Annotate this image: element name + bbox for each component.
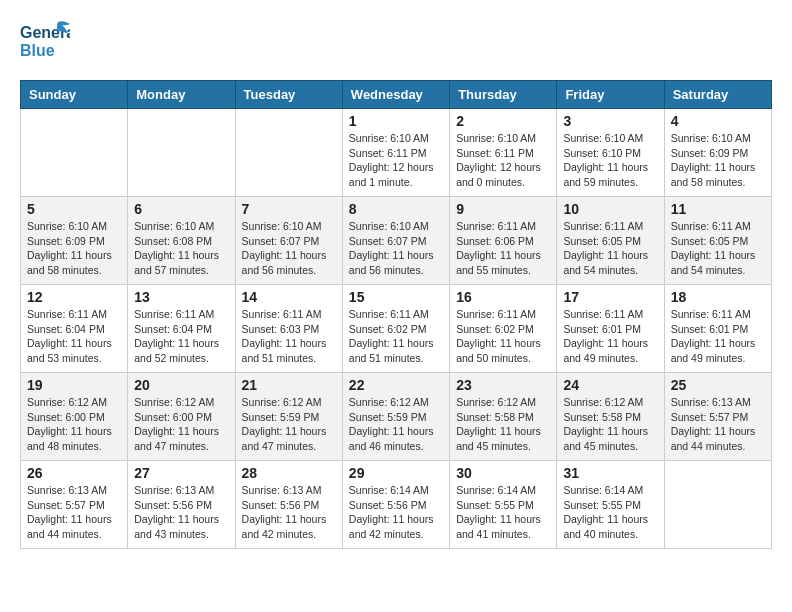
day-number: 20 (134, 377, 228, 393)
day-info: Sunrise: 6:11 AM Sunset: 6:02 PM Dayligh… (349, 307, 443, 366)
calendar-cell: 11Sunrise: 6:11 AM Sunset: 6:05 PM Dayli… (664, 197, 771, 285)
day-number: 30 (456, 465, 550, 481)
day-number: 24 (563, 377, 657, 393)
svg-text:Blue: Blue (20, 42, 55, 59)
day-number: 18 (671, 289, 765, 305)
day-number: 19 (27, 377, 121, 393)
calendar-cell: 22Sunrise: 6:12 AM Sunset: 5:59 PM Dayli… (342, 373, 449, 461)
day-info: Sunrise: 6:11 AM Sunset: 6:06 PM Dayligh… (456, 219, 550, 278)
day-info: Sunrise: 6:12 AM Sunset: 5:59 PM Dayligh… (349, 395, 443, 454)
weekday-header: Tuesday (235, 81, 342, 109)
calendar-cell: 25Sunrise: 6:13 AM Sunset: 5:57 PM Dayli… (664, 373, 771, 461)
day-number: 28 (242, 465, 336, 481)
day-number: 25 (671, 377, 765, 393)
calendar-week-row: 26Sunrise: 6:13 AM Sunset: 5:57 PM Dayli… (21, 461, 772, 549)
day-info: Sunrise: 6:12 AM Sunset: 6:00 PM Dayligh… (27, 395, 121, 454)
day-info: Sunrise: 6:12 AM Sunset: 5:58 PM Dayligh… (456, 395, 550, 454)
day-number: 14 (242, 289, 336, 305)
day-info: Sunrise: 6:13 AM Sunset: 5:56 PM Dayligh… (242, 483, 336, 542)
weekday-header: Monday (128, 81, 235, 109)
calendar-cell: 16Sunrise: 6:11 AM Sunset: 6:02 PM Dayli… (450, 285, 557, 373)
day-number: 17 (563, 289, 657, 305)
logo-svg: GeneralBlue (20, 20, 70, 64)
day-info: Sunrise: 6:11 AM Sunset: 6:04 PM Dayligh… (27, 307, 121, 366)
calendar-week-row: 5Sunrise: 6:10 AM Sunset: 6:09 PM Daylig… (21, 197, 772, 285)
day-number: 23 (456, 377, 550, 393)
day-number: 10 (563, 201, 657, 217)
day-info: Sunrise: 6:11 AM Sunset: 6:05 PM Dayligh… (563, 219, 657, 278)
day-number: 6 (134, 201, 228, 217)
day-info: Sunrise: 6:13 AM Sunset: 5:56 PM Dayligh… (134, 483, 228, 542)
calendar-cell (21, 109, 128, 197)
calendar-cell: 1Sunrise: 6:10 AM Sunset: 6:11 PM Daylig… (342, 109, 449, 197)
day-info: Sunrise: 6:10 AM Sunset: 6:08 PM Dayligh… (134, 219, 228, 278)
calendar-week-row: 1Sunrise: 6:10 AM Sunset: 6:11 PM Daylig… (21, 109, 772, 197)
calendar-week-row: 19Sunrise: 6:12 AM Sunset: 6:00 PM Dayli… (21, 373, 772, 461)
day-number: 8 (349, 201, 443, 217)
calendar-cell (128, 109, 235, 197)
day-info: Sunrise: 6:11 AM Sunset: 6:04 PM Dayligh… (134, 307, 228, 366)
day-info: Sunrise: 6:10 AM Sunset: 6:07 PM Dayligh… (242, 219, 336, 278)
day-number: 21 (242, 377, 336, 393)
day-info: Sunrise: 6:11 AM Sunset: 6:05 PM Dayligh… (671, 219, 765, 278)
day-number: 1 (349, 113, 443, 129)
day-info: Sunrise: 6:11 AM Sunset: 6:03 PM Dayligh… (242, 307, 336, 366)
day-number: 15 (349, 289, 443, 305)
day-number: 11 (671, 201, 765, 217)
day-info: Sunrise: 6:12 AM Sunset: 5:59 PM Dayligh… (242, 395, 336, 454)
calendar-cell: 14Sunrise: 6:11 AM Sunset: 6:03 PM Dayli… (235, 285, 342, 373)
page-header: GeneralBlue (20, 20, 772, 64)
calendar-cell: 27Sunrise: 6:13 AM Sunset: 5:56 PM Dayli… (128, 461, 235, 549)
day-info: Sunrise: 6:10 AM Sunset: 6:07 PM Dayligh… (349, 219, 443, 278)
weekday-header: Thursday (450, 81, 557, 109)
calendar-cell: 4Sunrise: 6:10 AM Sunset: 6:09 PM Daylig… (664, 109, 771, 197)
calendar-cell: 13Sunrise: 6:11 AM Sunset: 6:04 PM Dayli… (128, 285, 235, 373)
calendar-cell: 7Sunrise: 6:10 AM Sunset: 6:07 PM Daylig… (235, 197, 342, 285)
day-info: Sunrise: 6:13 AM Sunset: 5:57 PM Dayligh… (671, 395, 765, 454)
calendar-cell: 19Sunrise: 6:12 AM Sunset: 6:00 PM Dayli… (21, 373, 128, 461)
day-number: 2 (456, 113, 550, 129)
weekday-header: Friday (557, 81, 664, 109)
day-number: 29 (349, 465, 443, 481)
calendar-cell: 3Sunrise: 6:10 AM Sunset: 6:10 PM Daylig… (557, 109, 664, 197)
day-number: 12 (27, 289, 121, 305)
day-number: 5 (27, 201, 121, 217)
day-number: 4 (671, 113, 765, 129)
day-number: 7 (242, 201, 336, 217)
calendar-cell: 30Sunrise: 6:14 AM Sunset: 5:55 PM Dayli… (450, 461, 557, 549)
calendar-cell: 26Sunrise: 6:13 AM Sunset: 5:57 PM Dayli… (21, 461, 128, 549)
calendar-cell: 10Sunrise: 6:11 AM Sunset: 6:05 PM Dayli… (557, 197, 664, 285)
calendar-cell: 28Sunrise: 6:13 AM Sunset: 5:56 PM Dayli… (235, 461, 342, 549)
day-info: Sunrise: 6:12 AM Sunset: 6:00 PM Dayligh… (134, 395, 228, 454)
day-info: Sunrise: 6:10 AM Sunset: 6:11 PM Dayligh… (349, 131, 443, 190)
calendar-cell: 15Sunrise: 6:11 AM Sunset: 6:02 PM Dayli… (342, 285, 449, 373)
day-info: Sunrise: 6:11 AM Sunset: 6:01 PM Dayligh… (563, 307, 657, 366)
weekday-header-row: SundayMondayTuesdayWednesdayThursdayFrid… (21, 81, 772, 109)
weekday-header: Saturday (664, 81, 771, 109)
day-number: 31 (563, 465, 657, 481)
calendar-cell: 24Sunrise: 6:12 AM Sunset: 5:58 PM Dayli… (557, 373, 664, 461)
day-number: 22 (349, 377, 443, 393)
day-info: Sunrise: 6:10 AM Sunset: 6:09 PM Dayligh… (27, 219, 121, 278)
day-info: Sunrise: 6:14 AM Sunset: 5:55 PM Dayligh… (563, 483, 657, 542)
calendar-cell: 23Sunrise: 6:12 AM Sunset: 5:58 PM Dayli… (450, 373, 557, 461)
day-info: Sunrise: 6:14 AM Sunset: 5:55 PM Dayligh… (456, 483, 550, 542)
calendar-cell (664, 461, 771, 549)
calendar-cell: 8Sunrise: 6:10 AM Sunset: 6:07 PM Daylig… (342, 197, 449, 285)
day-info: Sunrise: 6:13 AM Sunset: 5:57 PM Dayligh… (27, 483, 121, 542)
day-number: 9 (456, 201, 550, 217)
calendar-week-row: 12Sunrise: 6:11 AM Sunset: 6:04 PM Dayli… (21, 285, 772, 373)
calendar-cell: 2Sunrise: 6:10 AM Sunset: 6:11 PM Daylig… (450, 109, 557, 197)
day-info: Sunrise: 6:11 AM Sunset: 6:02 PM Dayligh… (456, 307, 550, 366)
calendar-table: SundayMondayTuesdayWednesdayThursdayFrid… (20, 80, 772, 549)
logo: GeneralBlue (20, 20, 70, 64)
day-number: 13 (134, 289, 228, 305)
day-number: 16 (456, 289, 550, 305)
day-info: Sunrise: 6:14 AM Sunset: 5:56 PM Dayligh… (349, 483, 443, 542)
day-number: 27 (134, 465, 228, 481)
calendar-cell: 9Sunrise: 6:11 AM Sunset: 6:06 PM Daylig… (450, 197, 557, 285)
day-info: Sunrise: 6:10 AM Sunset: 6:10 PM Dayligh… (563, 131, 657, 190)
day-info: Sunrise: 6:10 AM Sunset: 6:11 PM Dayligh… (456, 131, 550, 190)
calendar-cell: 20Sunrise: 6:12 AM Sunset: 6:00 PM Dayli… (128, 373, 235, 461)
day-info: Sunrise: 6:10 AM Sunset: 6:09 PM Dayligh… (671, 131, 765, 190)
